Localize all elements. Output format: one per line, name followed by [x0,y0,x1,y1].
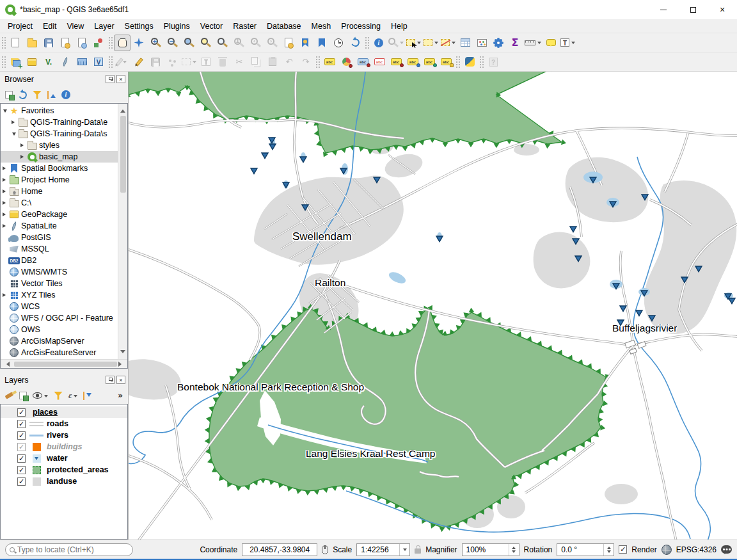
save-layer-edits-button[interactable] [147,54,164,70]
current-edits-button[interactable] [114,54,131,70]
move-label-button[interactable] [404,54,421,70]
zoom-next-button[interactable]: › [264,35,280,51]
scroll-right-icon[interactable] [118,362,124,367]
expand-collapse-button[interactable] [83,392,91,400]
locator-input[interactable] [17,545,129,554]
browser-item-wcs[interactable]: WCS [1,301,118,312]
browser-item-basic-map[interactable]: basic_map [1,151,118,163]
layer-checkbox[interactable]: ✓ [17,420,26,428]
magnifier-spinbox[interactable]: 100% [462,543,519,556]
menu-processing[interactable]: Processing [336,20,386,32]
text-annotation-button[interactable] [559,35,576,51]
locator-search[interactable] [5,543,133,556]
modify-attributes-button[interactable] [198,54,214,70]
coordinate-input[interactable] [242,543,317,556]
browser-item-mssql[interactable]: MSSQL [1,243,118,255]
minimize-button[interactable] [649,0,678,19]
toolbar-grip[interactable] [108,36,113,49]
toolbar-grip[interactable] [456,56,460,68]
browser-item-project-home[interactable]: Project Home [1,174,118,186]
new-map-view-button[interactable] [280,35,297,51]
toolbar-grip[interactable] [479,56,484,68]
layers-close-button[interactable]: × [116,376,125,384]
change-label-button[interactable] [438,54,454,70]
toolbar-grip[interactable] [1,56,6,68]
browser-close-button[interactable]: × [116,75,125,83]
pin-unpin-labels-button[interactable] [354,54,371,70]
browser-item-wms[interactable]: WMS/WMTS [1,266,118,278]
browser-item-spatialite[interactable]: SpatiaLite [1,220,118,232]
data-source-manager-button[interactable] [7,54,24,70]
save-project-button[interactable] [40,35,57,51]
add-feature-button[interactable] [164,54,180,70]
vertex-tool-button[interactable] [180,54,198,70]
deselect-all-button[interactable] [440,35,457,51]
cut-features-button[interactable]: ✂ [231,54,248,70]
browser-item-arcgis-featureserver[interactable]: ArcGisFeatureServer [1,347,118,358]
magnifier-stepper[interactable] [509,544,519,556]
browser-item-training-data-s[interactable]: QGIS-Training-Data\s [1,128,118,140]
browser-float-button[interactable] [106,75,115,83]
new-geopackage-layer-button[interactable] [24,54,40,70]
highlight-pinned-labels-button[interactable] [371,54,388,70]
maximize-button[interactable] [678,0,708,19]
measure-line-button[interactable] [523,35,543,51]
browser-item-training-data-e[interactable]: QGIS-Training-Data\e [1,116,118,128]
expander-closed-icon[interactable] [12,120,17,124]
new-mesh-layer-button[interactable] [74,54,90,70]
browser-item-postgis[interactable]: PostGIS [1,232,118,243]
zoom-out-button[interactable]: − [164,35,180,51]
pan-map-button[interactable] [114,35,131,51]
statistical-summary-button[interactable]: Σ [507,35,523,51]
layer-checkbox[interactable]: ✓ [17,454,26,463]
browser-horizontal-scrollbar[interactable] [1,359,127,368]
new-virtual-layer-button[interactable] [90,54,107,70]
menu-mesh[interactable]: Mesh [306,20,337,32]
show-bookmarks-button[interactable] [313,35,330,51]
lock-scale-icon[interactable] [415,548,421,554]
delete-selected-button[interactable] [214,54,231,70]
layer-row-water[interactable]: ✓water [1,452,127,464]
browser-item-spatial-bookmarks[interactable]: Spatial Bookmarks [1,163,118,174]
layer-row-rivers[interactable]: ✓rivers [1,429,127,441]
new-spatialite-layer-button[interactable] [57,54,74,70]
browser-properties-button[interactable] [61,90,70,99]
help-button[interactable] [485,54,502,70]
scrollbar-thumb[interactable] [14,362,117,367]
menu-project[interactable]: Project [3,20,38,32]
toolbar-grip[interactable] [365,36,369,49]
expander-open-icon[interactable] [12,132,16,138]
zoom-in-button[interactable]: + [147,35,164,51]
copy-features-button[interactable] [248,54,264,70]
layers-toolbar-overflow-button[interactable]: » [118,392,123,399]
expander-closed-icon[interactable] [3,201,8,205]
layer-checkbox[interactable]: ✓ [17,408,26,417]
browser-item-c-drive[interactable]: C:\ [1,197,118,209]
filter-legend-button[interactable] [54,392,63,400]
open-layer-styling-button[interactable] [5,394,13,397]
browser-collapse-all-button[interactable] [47,91,56,99]
pan-to-selection-button[interactable] [131,35,147,51]
browser-vertical-scrollbar[interactable] [118,104,127,359]
select-features-button[interactable] [405,35,422,51]
epsg-label[interactable]: EPSG:4326 [676,545,717,554]
zoom-full-button[interactable] [180,35,197,51]
style-manager-button[interactable] [90,35,107,51]
menu-plugins[interactable]: Plugins [159,20,195,32]
options-button[interactable] [490,35,507,51]
zoom-last-button[interactable]: ‹ [247,35,264,51]
layer-row-roads[interactable]: ✓roads [1,418,127,429]
select-by-value-button[interactable] [422,35,440,51]
layer-row-places[interactable]: ✓places [1,406,127,418]
menu-vector[interactable]: Vector [195,20,228,32]
crs-globe-icon[interactable] [662,545,672,555]
layer-row-landuse[interactable]: ✓landuse [1,476,127,487]
add-group-button[interactable] [19,392,27,399]
open-project-button[interactable] [24,35,40,51]
redo-button[interactable]: ↷ [297,54,314,70]
scale-dropdown[interactable] [399,544,409,556]
menu-raster[interactable]: Raster [228,20,262,32]
new-shapefile-layer-button[interactable] [40,54,57,70]
layer-row-buildings[interactable]: ✓buildings [1,441,127,452]
browser-item-ows[interactable]: OWS [1,324,118,335]
